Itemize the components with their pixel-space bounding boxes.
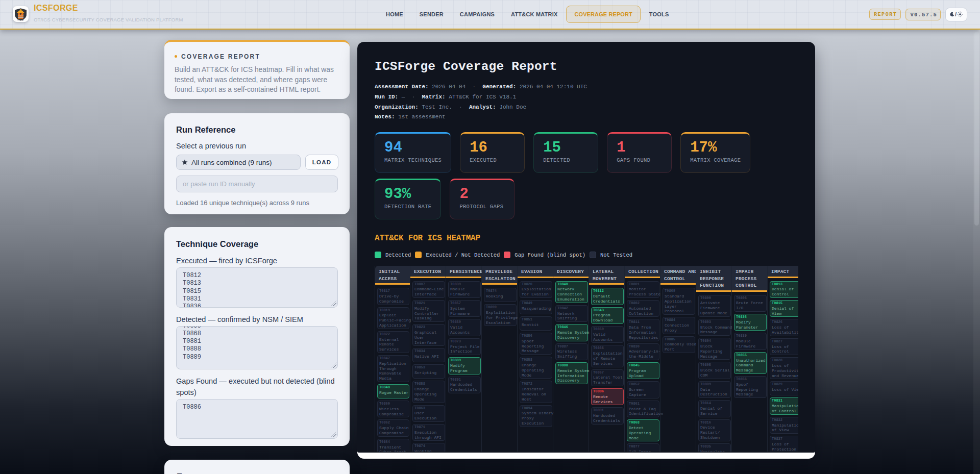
svg-text:ICSforge: ICSforge bbox=[17, 19, 24, 21]
